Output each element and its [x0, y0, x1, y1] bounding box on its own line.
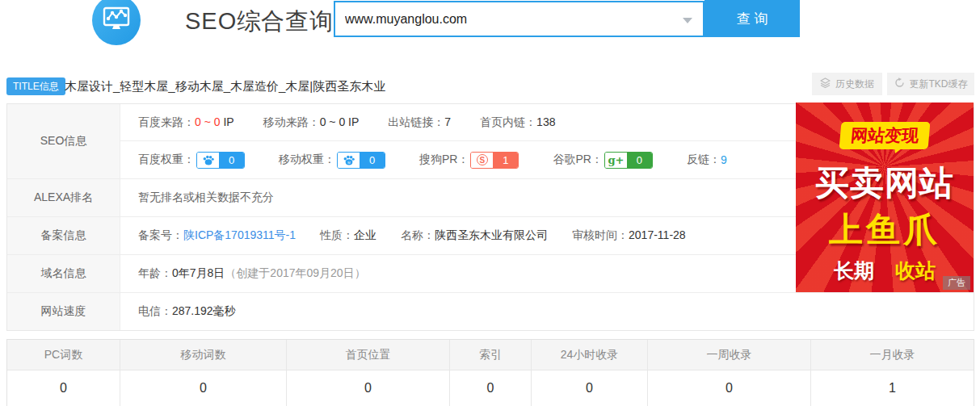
- telecom-speed: 电信：287.192毫秒: [138, 304, 236, 319]
- ad-bubble-text: 网站变现: [839, 122, 931, 149]
- row-speed: 网站速度 电信：287.192毫秒: [7, 293, 974, 330]
- stats-header: 移动词数: [120, 340, 287, 370]
- stats-header: 一月收录: [811, 340, 974, 370]
- stats-header: PC词数: [7, 340, 120, 370]
- google-plus-icon: g+: [608, 154, 624, 166]
- stats-value: 1: [811, 370, 974, 406]
- page-title: SEO综合查询: [185, 6, 334, 38]
- google-pr: 谷歌PR： g+ 0: [553, 152, 652, 169]
- search-box: [334, 1, 705, 37]
- ad-subheadline: 上鱼爪: [796, 207, 974, 253]
- stats-value: 0: [648, 370, 811, 406]
- row-label: ALEXA排名: [7, 179, 120, 216]
- history-data-button[interactable]: 历史数据: [812, 73, 882, 95]
- stats-table: PC词数 移动词数 首页位置 索引 24小时收录 一周收录 一月收录 0 0 0…: [6, 339, 974, 406]
- ad-corner-label: 广告: [943, 276, 970, 290]
- baidu-weight-badge[interactable]: 0: [196, 152, 245, 169]
- icp-number: 备案号：陕ICP备17019311号-1: [138, 228, 296, 243]
- baidu-weight: 百度权重： 0: [138, 152, 245, 169]
- query-button[interactable]: 查 询: [705, 0, 800, 37]
- backlinks: 反链：9: [687, 153, 727, 167]
- outbound-links: 出站链接：7: [388, 115, 451, 130]
- ad-banner[interactable]: 网站变现 买卖网站 上鱼爪 长期收站 广告: [796, 103, 974, 292]
- refresh-tkd-button[interactable]: 更新TKD缓存: [887, 73, 974, 95]
- svg-text:M: M: [347, 160, 351, 164]
- stats-header: 一周收录: [648, 340, 811, 370]
- stats-value: 0: [120, 370, 287, 406]
- alexa-value: 暂无排名或相关数据不充分: [138, 190, 274, 205]
- mobile-paw-icon: M: [338, 153, 360, 168]
- stats-header: 首页位置: [287, 340, 450, 370]
- refresh-icon: [894, 77, 905, 90]
- site-title-text: 木屋设计_轻型木屋_移动木屋_木屋造价_木屋|陕西圣东木业: [65, 79, 385, 94]
- row-label: 备案信息: [7, 217, 120, 254]
- stats-header: 24小时收录: [532, 340, 648, 370]
- mobile-weight: 移动权重： M 0: [279, 152, 385, 169]
- dropdown-arrow-icon[interactable]: [683, 18, 692, 23]
- row-label: 网站速度: [7, 293, 120, 330]
- title-info-badge: TITLE信息: [6, 77, 65, 95]
- chart-monitor-icon: [103, 6, 130, 35]
- mobile-traffic: 移动来路：0 ~ 0 IP: [263, 115, 360, 130]
- stats-value: 0: [532, 370, 648, 406]
- stats-header-row: PC词数 移动词数 首页位置 索引 24小时收录 一周收录 一月收录: [7, 340, 974, 370]
- domain-age: 年龄：0年7月8日（创建于2017年09月20日）: [138, 266, 366, 281]
- home-inlinks: 首页内链：138: [480, 115, 555, 130]
- icp-nature: 性质：企业: [320, 228, 376, 243]
- mobile-weight-badge[interactable]: M 0: [337, 152, 385, 169]
- app-logo: [92, 0, 141, 45]
- row-label: SEO信息: [7, 104, 120, 178]
- layers-icon: [820, 77, 831, 90]
- stats-value: 0: [7, 370, 120, 406]
- google-pr-badge[interactable]: g+ 0: [604, 152, 653, 169]
- sogou-icon: S: [477, 154, 488, 165]
- ad-headline: 买卖网站: [796, 161, 974, 206]
- icp-company-name: 名称：陕西圣东木业有限公司: [401, 228, 548, 243]
- stats-value: 0: [287, 370, 450, 406]
- icp-audit-time: 审核时间：2017-11-28: [572, 228, 686, 243]
- stats-value: 0: [450, 370, 532, 406]
- stats-value-row: 0 0 0 0 0 0 1: [7, 370, 974, 406]
- url-search-input[interactable]: [335, 2, 703, 36]
- row-label: 域名信息: [7, 255, 120, 292]
- baidu-traffic: 百度来路：0 ~ 0 IP: [138, 115, 234, 130]
- baidu-paw-icon: [197, 153, 219, 168]
- icp-number-link[interactable]: 陕ICP备17019311号-1: [183, 228, 296, 241]
- stats-header: 索引: [450, 340, 532, 370]
- sogou-pr-badge[interactable]: S 1: [470, 152, 519, 169]
- sogou-pr: 搜狗PR： S 1: [419, 152, 519, 169]
